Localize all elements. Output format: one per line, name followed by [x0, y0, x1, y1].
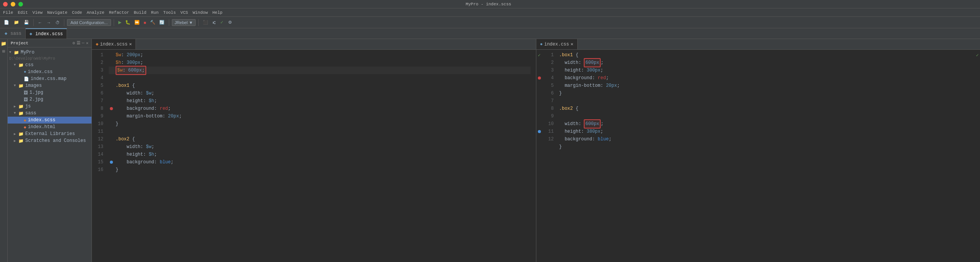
maximize-button[interactable]	[18, 2, 23, 7]
window-controls[interactable]	[3, 2, 23, 7]
open-button[interactable]: 📁	[12, 19, 21, 26]
token-20px: 20px	[168, 112, 179, 120]
css-code-line-3: height: 300px;	[559, 67, 975, 74]
tab-scss-close[interactable]: ✕	[129, 41, 132, 47]
menu-run[interactable]: Run	[151, 10, 158, 15]
tree-item-path: D:\Develop\Web\MyPro	[8, 56, 91, 62]
line-numbers-scss: 1 2 3 4 5 6 7 8 9 10 11 12 13 14	[92, 51, 107, 262]
tree-path: D:\Develop\Web\MyPro	[9, 57, 55, 61]
tree-item-index-scss[interactable]: ◆ index.scss	[8, 117, 91, 124]
title-bar: MyPro - index.scss	[0, 0, 980, 8]
tab-sass[interactable]: ◆ sass	[1, 28, 26, 39]
tree-item-css-folder[interactable]: ▼ 📁 css	[8, 62, 91, 68]
css-token-margin: margin-bottom:	[559, 82, 606, 90]
code-area-scss[interactable]: 1 2 3 4 5 6 7 8 9 10 11 12 13 14	[92, 50, 536, 262]
jrebel-button[interactable]: JRebel ▼	[172, 19, 196, 26]
tab-css-close[interactable]: ✕	[571, 41, 573, 47]
tab-scss-filename: index.scss	[100, 42, 127, 47]
menu-tools[interactable]: Tools	[163, 10, 176, 15]
menu-edit[interactable]: Edit	[18, 10, 28, 15]
gear-icon[interactable]: ⚙	[72, 41, 75, 46]
tree-item-js-folder[interactable]: ▶ 📁 js	[8, 103, 91, 110]
debug-button[interactable]: 🐛	[124, 19, 132, 26]
menu-vcs[interactable]: VCS	[180, 10, 188, 15]
menu-analyze[interactable]: Analyze	[87, 10, 104, 15]
back-button[interactable]: ←	[36, 20, 44, 26]
menu-refactor[interactable]: Refactor	[109, 10, 129, 15]
tree-item-sass-folder[interactable]: ▼ 📁 sass	[8, 110, 91, 117]
terminal-button[interactable]: ⬛	[201, 19, 210, 26]
stop-button[interactable]: ■	[142, 20, 148, 26]
tree-item-2jpg[interactable]: 🖼 2.jpg	[8, 96, 91, 103]
menu-code[interactable]: Code	[72, 10, 82, 15]
add-config-button[interactable]: Add Configuration...	[67, 19, 111, 26]
menu-window[interactable]: Window	[193, 10, 208, 15]
profile-button[interactable]: ⏩	[133, 19, 141, 26]
tree-item-1jpg[interactable]: 🖼 1.jpg	[8, 89, 91, 96]
editor-tab-index-scss[interactable]: ◆ index.scss ✕	[92, 39, 136, 49]
code-content-css[interactable]: .box1 { width: 600px; height: 300px;	[558, 51, 975, 262]
ln-9: 9	[92, 112, 103, 120]
token-semi-14: ;	[154, 151, 157, 158]
build-button[interactable]: 🔨	[149, 19, 157, 26]
css-ln-2: 2	[542, 59, 554, 67]
separator-4	[169, 19, 169, 26]
close-button[interactable]	[3, 2, 8, 7]
css-token-height-1: height:	[559, 67, 587, 74]
tree-item-mypro[interactable]: ▼ 📁 MyPro	[8, 49, 91, 56]
token-300px: 300px	[127, 59, 140, 67]
menu-build[interactable]: Build	[134, 10, 146, 15]
folder-icon-extlibs: 📁	[18, 132, 24, 137]
tree-item-images-folder[interactable]: ▼ 📁 images	[8, 82, 91, 89]
css-code-line-11: height: 380px;	[559, 128, 975, 135]
code-content-scss[interactable]: $w: 200px; $h: 300px; $w: 600px;	[107, 51, 531, 262]
code-area-css[interactable]: ✓ 1	[536, 50, 980, 262]
toolbar: 📄 📁 💾 ← → ⏱ Add Configuration... ▶ 🐛 ⏩ ■…	[0, 17, 980, 28]
expand-icon[interactable]: ↔	[82, 41, 85, 46]
check-button[interactable]: ✓	[219, 19, 225, 26]
git-button[interactable]: ⑆	[211, 20, 217, 26]
gutter-8	[109, 107, 114, 110]
forward-button[interactable]: →	[45, 20, 52, 26]
project-icon[interactable]: 📁	[1, 41, 7, 47]
separator-3	[114, 19, 114, 26]
separator-5	[198, 19, 199, 26]
css-token-box1: .box1	[559, 51, 576, 59]
tree-item-index-css[interactable]: ● index.css	[8, 68, 91, 75]
css-code-line-10: width: 600px;	[559, 120, 975, 128]
editor-tab-index-css[interactable]: ● index.css ✕	[536, 39, 578, 49]
folder-icon-sass: 📁	[18, 111, 24, 116]
recent-button[interactable]: ⏱	[54, 20, 61, 26]
tree-item-scratches[interactable]: ▶ 📁 Scratches and Consoles	[8, 137, 91, 144]
tree-label-scratches: Scratches and Consoles	[25, 138, 86, 143]
tree-item-index-css-map[interactable]: 📄 index.css.map	[8, 75, 91, 82]
structure-icon[interactable]: ⊞	[1, 48, 7, 54]
minimize-button[interactable]	[11, 2, 15, 7]
tree-item-external-libs[interactable]: ▶ 📁 External Libraries	[8, 130, 91, 137]
css-token-380px: 380px	[587, 128, 601, 135]
new-file-button[interactable]: 📄	[2, 19, 11, 26]
code-line-4	[109, 74, 531, 82]
rebuild-button[interactable]: 🔄	[158, 19, 166, 26]
css-token-box2: .box2	[559, 105, 576, 112]
separator-1	[33, 19, 34, 26]
settings-icon[interactable]: ⚙	[227, 19, 234, 26]
ln-6: 6	[92, 90, 103, 97]
tab-index-scss[interactable]: ◆ index.scss	[26, 28, 67, 39]
menu-help[interactable]: Help	[212, 10, 222, 15]
ln-12: 12	[92, 135, 103, 143]
code-line-1: $w: 200px;	[109, 51, 531, 59]
close-panel-icon[interactable]: ✕	[86, 41, 88, 46]
ln-4: 4	[92, 74, 103, 82]
css-ln-10: 10	[542, 120, 554, 128]
css-code-line-4: background: red;	[559, 74, 975, 82]
layout-icon[interactable]: ☰	[77, 41, 80, 46]
save-button[interactable]: 💾	[22, 19, 31, 26]
run-button[interactable]: ▶	[117, 19, 123, 26]
ln-15: 15	[92, 158, 103, 166]
menu-view[interactable]: View	[33, 10, 42, 15]
tree-item-index-html[interactable]: ◆ index.html	[8, 124, 91, 130]
menu-navigate[interactable]: Navigate	[47, 10, 67, 15]
menu-file[interactable]: File	[3, 10, 13, 15]
token-box1: .box1	[116, 82, 132, 90]
